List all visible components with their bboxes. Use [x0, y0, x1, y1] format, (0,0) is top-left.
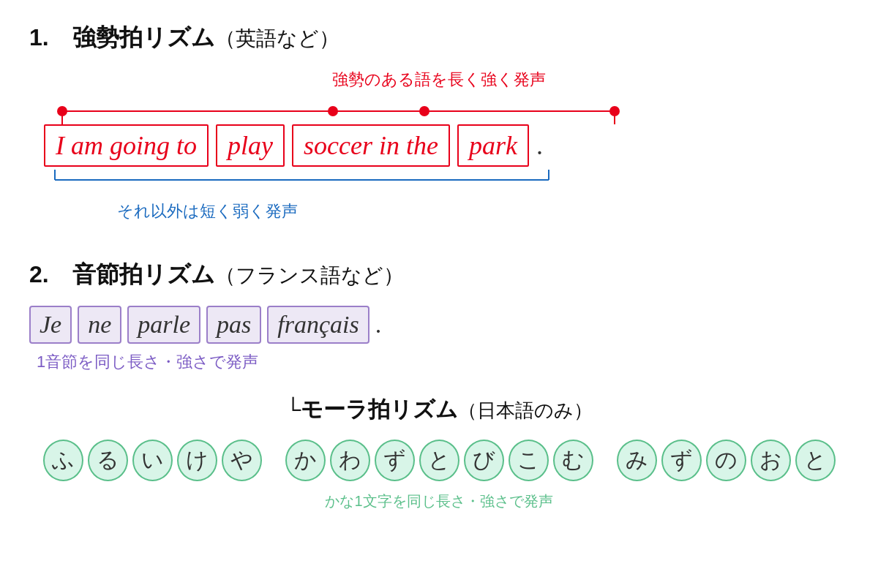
word-francais: français: [267, 306, 369, 344]
mora-mu: む: [553, 440, 593, 481]
bottom-bracket-svg: [37, 168, 563, 190]
section3-paren: （日本語のみ）: [458, 399, 593, 421]
mora-mi: み: [617, 440, 657, 481]
word-soccer-in-the: soccer in the: [292, 124, 450, 167]
svg-point-4: [328, 106, 338, 116]
english-words-row: I am going to play soccer in the park .: [37, 124, 849, 167]
svg-point-6: [609, 106, 620, 116]
mora-i: い: [132, 440, 173, 481]
word-ne: ne: [78, 306, 121, 344]
section1: 1. 強勢拍リズム（英語など） 強勢のある語を長く強く発声 I am going…: [29, 22, 849, 222]
mora-wa: わ: [330, 440, 370, 481]
mora-ke: け: [177, 440, 217, 481]
word-park: park: [457, 124, 529, 167]
french-words-row: Je ne parle pas français .: [29, 306, 849, 344]
mora-ya: や: [222, 440, 262, 481]
bracket-svg: [44, 97, 644, 124]
mora-to2: と: [795, 440, 836, 481]
svg-point-5: [419, 106, 429, 116]
mora-o: お: [751, 440, 791, 481]
mora-ru: る: [88, 440, 128, 481]
word-parle: parle: [127, 306, 200, 344]
section3-title-text: モーラ拍リズム: [301, 397, 458, 421]
section3-prefix: └: [285, 397, 301, 421]
mora-ko: こ: [509, 440, 549, 481]
section1-paren: （英語など）: [215, 27, 339, 50]
mora-no: の: [706, 440, 746, 481]
word-play: play: [216, 124, 285, 167]
mora-chars-row: ふ る い け や か わ ず と び こ む み ず の お と: [29, 440, 849, 481]
section1-title-text: 1. 強勢拍リズム: [29, 24, 215, 50]
section3-title: └モーラ拍リズム（日本語のみ）: [29, 395, 849, 425]
section3-annotation: かな1文字を同じ長さ・強さで発声: [29, 491, 849, 511]
section1-annotation-top: 強勢のある語を長く強く発声: [29, 69, 849, 91]
section2-title: 2. 音節拍リズム（フランス語など）: [29, 259, 849, 291]
section2-paren: （フランス語など）: [215, 264, 404, 287]
mora-to: と: [419, 440, 459, 481]
mora-ka: か: [285, 440, 326, 481]
word-je: Je: [29, 306, 72, 344]
svg-point-3: [57, 106, 67, 116]
english-period: .: [536, 130, 543, 161]
mora-bi: び: [464, 440, 504, 481]
section3: └モーラ拍リズム（日本語のみ） ふ る い け や か わ ず と び こ む …: [29, 395, 849, 511]
section1-title: 1. 強勢拍リズム（英語など）: [29, 22, 849, 54]
mora-zu2: ず: [661, 440, 702, 481]
section1-annotation-bottom: それ以外は短く弱く発声: [29, 200, 849, 222]
word-i-am-going-to: I am going to: [44, 124, 209, 167]
section2-annotation: 1音節を同じ長さ・強さで発声: [29, 351, 849, 373]
mora-fu: ふ: [43, 440, 83, 481]
word-pas: pas: [206, 306, 261, 344]
french-period: .: [375, 311, 382, 339]
mora-zu: ず: [375, 440, 415, 481]
section2: 2. 音節拍リズム（フランス語など） Je ne parle pas franç…: [29, 259, 849, 373]
section2-title-text: 2. 音節拍リズム: [29, 261, 215, 287]
